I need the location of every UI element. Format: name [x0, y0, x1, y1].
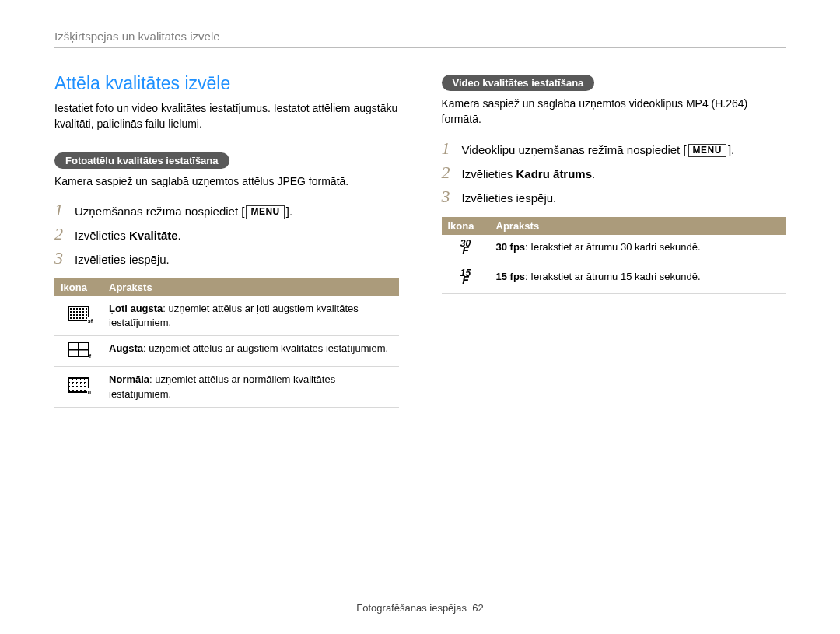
row-bold: 30 fps [496, 241, 526, 253]
table-row: 30F 30 fps: Ierakstiet ar ātrumu 30 kadr… [442, 235, 786, 264]
row-rest: : Ierakstiet ar ātrumu 15 kadri sekundē. [525, 271, 700, 282]
step-number-icon: 3 [54, 250, 75, 267]
footer-section: Fotografēšanas iespējas [356, 602, 467, 614]
step3-text: Izvēlieties iespēju. [75, 251, 170, 268]
col-icon: Ikona [442, 217, 490, 235]
photo-quality-pill: Fotoattēlu kvalitātes iestatīšana [54, 152, 229, 169]
step-number-icon: 1 [54, 201, 75, 219]
row-rest: : uzņemiet attēlus ar augstiem kvalitāte… [143, 342, 388, 354]
footer-page-number: 62 [472, 602, 483, 614]
menu-button-icon: MENU [246, 205, 284, 219]
step2-bold: Kvalitāte [129, 229, 178, 242]
step1-text-b: ]. [286, 205, 292, 218]
menu-button-icon: MENU [688, 144, 726, 158]
step1-text-b: ]. [728, 143, 734, 156]
table-row: 15F 15 fps: Ierakstiet ar ātrumu 15 kadr… [442, 264, 786, 293]
quality-fine-icon [68, 342, 89, 357]
step-number-icon: 1 [442, 140, 462, 157]
row-bold: Augsta [109, 342, 143, 354]
photo-step-3: 3 Izvēlieties iespēju. [54, 250, 399, 268]
row-bold: Ļoti augsta [109, 303, 163, 314]
photo-quality-table: Ikona Apraksts Ļoti augsta: uzņemiet att… [54, 278, 399, 408]
table-row: Augsta: uzņemiet attēlus ar augstiem kva… [54, 336, 399, 367]
step3-text: Izvēlieties iespēju. [462, 190, 557, 206]
row-bold: Normāla [109, 373, 149, 385]
quality-super-fine-icon [68, 306, 89, 321]
step1-text-a: Videoklipu uzņemšanas režīmā nospiediet … [462, 143, 687, 156]
right-column: Video kvalitātes iestatīšana Kamera sasp… [442, 73, 786, 408]
fps-15-icon: 15F [460, 270, 471, 285]
step2-text-a: Izvēlieties [75, 229, 129, 242]
step2-text-a: Izvēlieties [462, 167, 516, 180]
fps-30-icon: 30F [460, 240, 471, 255]
video-step-1: 1 Videoklipu uzņemšanas režīmā nospiedie… [442, 140, 786, 158]
photo-step-1: 1 Uzņemšanas režīmā nospiediet [MENU]. [54, 201, 399, 219]
video-quality-sub: Kamera saspiež un saglabā uzņemtos video… [442, 96, 786, 128]
row-rest: : Ierakstiet ar ātrumu 30 kadri sekundē. [525, 241, 700, 253]
left-column: Attēla kvalitātes izvēle Iestatiet foto … [54, 73, 399, 408]
video-step-3: 3 Izvēlieties iespēju. [442, 188, 786, 206]
step2-text-b: . [592, 167, 595, 180]
video-step-2: 2 Izvēlieties Kadru ātrums. [442, 164, 786, 182]
step1-text-a: Uzņemšanas režīmā nospiediet [ [75, 205, 244, 218]
header-breadcrumb: Izšķirtspējas un kvalitātes izvēle [54, 30, 786, 48]
quality-normal-icon [68, 377, 89, 393]
intro-text: Iestatiet foto un video kvalitātes iesta… [54, 100, 399, 132]
step-number-icon: 2 [442, 164, 462, 181]
row-bold: 15 fps [496, 271, 526, 282]
page-title: Attēla kvalitātes izvēle [54, 73, 399, 94]
table-row: Normāla: uzņemiet attēlus ar normāliem k… [54, 367, 399, 407]
footer: Fotografēšanas iespējas 62 [0, 602, 840, 614]
step2-bold: Kadru ātrums [516, 167, 593, 180]
photo-step-2: 2 Izvēlieties Kvalitāte. [54, 226, 399, 243]
col-desc: Apraksts [103, 278, 399, 296]
video-steps: 1 Videoklipu uzņemšanas režīmā nospiedie… [442, 140, 786, 206]
table-row: Ļoti augsta: uzņemiet attēlus ar ļoti au… [54, 296, 399, 336]
col-icon: Ikona [54, 278, 103, 296]
step2-text-b: . [178, 229, 181, 242]
photo-quality-sub: Kamera saspiež un saglabā uzņemtos attēl… [54, 173, 399, 189]
video-quality-pill: Video kvalitātes iestatīšana [442, 75, 595, 91]
video-quality-table: Ikona Apraksts 30F 30 fps: Ierakstiet ar… [442, 217, 786, 294]
step-number-icon: 3 [442, 188, 462, 205]
photo-steps: 1 Uzņemšanas režīmā nospiediet [MENU]. 2… [54, 201, 399, 268]
step-number-icon: 2 [54, 226, 75, 243]
col-desc: Apraksts [490, 217, 786, 235]
